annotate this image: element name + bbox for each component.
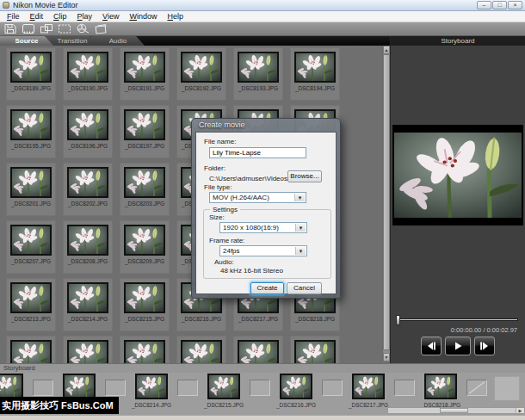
source-thumbnail[interactable]	[176, 336, 226, 363]
transition-slot[interactable]	[177, 380, 198, 396]
source-thumbnail[interactable]	[290, 336, 340, 363]
tab-transition[interactable]: Transition	[46, 36, 99, 46]
source-thumbnail[interactable]: _DSC8196.JPG	[63, 105, 113, 158]
storyboard-preview-panel: Storyboard 0:00:00.00 / 0:00:02.97	[390, 36, 525, 363]
scroll-right-icon[interactable]: ▶	[516, 408, 524, 413]
source-thumbnail[interactable]	[120, 336, 170, 363]
tab-audio[interactable]: Audio	[91, 36, 145, 46]
browse-button[interactable]: Browse...	[287, 170, 322, 182]
step-forward-button[interactable]	[474, 337, 495, 355]
transition-slot[interactable]	[250, 380, 270, 396]
storyboard-clip-image	[63, 374, 96, 399]
source-thumbnail[interactable]: _DSC8190.JPG	[63, 47, 113, 101]
chevron-down-icon[interactable]: ▼	[294, 194, 305, 201]
preview-viewport	[392, 125, 523, 225]
film-clip-icon[interactable]	[21, 23, 35, 35]
minimize-button[interactable]: –	[477, 1, 491, 9]
scroll-up-icon[interactable]: ▲	[383, 46, 390, 54]
menu-item-window[interactable]: Window	[124, 11, 162, 22]
transition-slot[interactable]	[105, 380, 126, 396]
folder-path: C:\Users\admuser\Videos	[209, 175, 287, 182]
storyboard-clip[interactable]: _DSC8216.JPG	[277, 374, 315, 408]
scrollbar-thumb[interactable]	[440, 408, 468, 413]
frame-view-icon[interactable]	[39, 23, 53, 35]
storyboard-clip[interactable]: _DSC8214.JPG	[133, 374, 170, 408]
source-scrollbar[interactable]: ▲ ▼	[382, 46, 390, 361]
file-name-input[interactable]	[209, 147, 306, 158]
photo-stack-icon[interactable]	[93, 23, 108, 35]
menu-item-play[interactable]: Play	[72, 11, 98, 22]
transition-slot[interactable]	[322, 380, 343, 396]
lily-thumbnail-image	[124, 340, 165, 363]
transition-slot[interactable]	[466, 380, 487, 396]
cancel-button[interactable]: Cancel	[287, 282, 322, 294]
chevron-down-icon[interactable]: ▼	[295, 224, 306, 232]
seek-track[interactable]	[396, 318, 518, 321]
scrollbar-thumb[interactable]	[383, 54, 390, 350]
menu-item-file[interactable]: File	[2, 11, 25, 22]
tab-source[interactable]: Source	[0, 36, 53, 46]
menu-item-view[interactable]: View	[97, 11, 124, 22]
storyboard-clip[interactable]: _DSC8218.JPG	[422, 374, 460, 408]
menu-item-help[interactable]: Help	[162, 11, 188, 22]
seek-bar[interactable]	[396, 315, 518, 325]
source-thumbnail[interactable]: _DSC8195.JPG	[6, 105, 56, 158]
source-thumbnail[interactable]: _DSC8194.JPG	[290, 47, 340, 101]
frame-rate-dropdown[interactable]: 24fps ▼	[219, 245, 307, 256]
size-value: 1920 x 1080(16:9)	[223, 224, 279, 232]
source-thumbnail[interactable]	[6, 336, 56, 363]
transition-slot[interactable]	[33, 380, 53, 396]
storyboard-clip-filename: _DSC8214.JPG	[132, 402, 171, 408]
source-thumbnail[interactable]: _DSC8201.JPG	[6, 163, 56, 216]
source-thumbnail[interactable]: _DSC8209.JPG	[120, 220, 170, 274]
source-thumbnail[interactable]: _DSC8203.JPG	[120, 163, 170, 216]
file-type-value: MOV (H.264/AAC)	[213, 194, 269, 201]
lily-thumbnail-image	[67, 340, 108, 363]
play-button[interactable]	[445, 337, 471, 355]
select-frames-icon[interactable]	[57, 23, 71, 35]
tab-bar: SourceTransitionAudio	[0, 36, 390, 46]
source-thumbnail[interactable]: _DSC8193.JPG	[233, 47, 283, 101]
thumbnail-filename: _DSC8209.JPG	[125, 258, 164, 264]
source-thumbnail[interactable]: _DSC8215.JPG	[120, 278, 170, 331]
lily-thumbnail-image	[294, 52, 336, 83]
thumbnail-filename: _DSC8213.JPG	[11, 316, 51, 322]
source-thumbnail[interactable]: _DSC8197.JPG	[120, 105, 170, 158]
source-thumbnail[interactable]: _DSC8214.JPG	[63, 278, 113, 331]
storyboard-clip[interactable]: _DSC8217.JPG	[349, 374, 387, 408]
storyboard-clip[interactable]: _DSC8215.JPG	[205, 374, 243, 408]
storyboard-clip-image	[424, 374, 457, 399]
lily-thumbnail-image	[294, 340, 336, 363]
source-thumbnail[interactable]: _DSC8191.JPG	[120, 47, 170, 101]
title-bar: Nikon Movie Editor –□×	[0, 0, 525, 11]
lily-thumbnail-image	[10, 167, 52, 198]
film-reel-icon[interactable]	[75, 23, 90, 35]
chevron-down-icon[interactable]: ▼	[295, 247, 306, 255]
file-type-dropdown[interactable]: MOV (H.264/AAC) ▼	[209, 192, 306, 203]
seek-handle[interactable]	[396, 315, 400, 325]
source-thumbnail[interactable]	[63, 336, 113, 363]
source-thumbnail[interactable]: _DSC8207.JPG	[6, 220, 56, 274]
size-dropdown[interactable]: 1920 x 1080(16:9) ▼	[219, 222, 307, 233]
lily-thumbnail-image	[10, 225, 52, 256]
menu-item-clip[interactable]: Clip	[48, 11, 72, 22]
transition-slot[interactable]	[394, 380, 415, 396]
source-thumbnail[interactable]: _DSC8189.JPG	[6, 47, 56, 101]
thumbnail-filename: _DSC8216.JPG	[182, 316, 221, 322]
source-thumbnail[interactable]	[233, 336, 283, 363]
maximize-button[interactable]: □	[492, 1, 507, 9]
close-button[interactable]: ×	[508, 1, 522, 9]
source-thumbnail[interactable]: _DSC8208.JPG	[63, 220, 113, 274]
source-thumbnail[interactable]: _DSC8202.JPG	[63, 163, 113, 216]
menu-item-edit[interactable]: Edit	[25, 11, 49, 22]
thumbnail-filename: _DSC8195.JPG	[11, 143, 51, 149]
scroll-down-icon[interactable]: ▼	[383, 353, 390, 361]
audio-value: 48 kHz 16-bit Stereo	[220, 267, 283, 275]
save-icon[interactable]	[3, 23, 17, 35]
source-thumbnail[interactable]: _DSC8192.JPG	[176, 47, 226, 101]
source-thumbnail[interactable]: _DSC8213.JPG	[6, 278, 56, 331]
storyboard-scrollbar[interactable]: ▶	[387, 407, 525, 414]
size-label: Size:	[209, 213, 225, 221]
step-backward-button[interactable]	[421, 337, 442, 355]
create-button[interactable]: Create	[250, 282, 284, 294]
